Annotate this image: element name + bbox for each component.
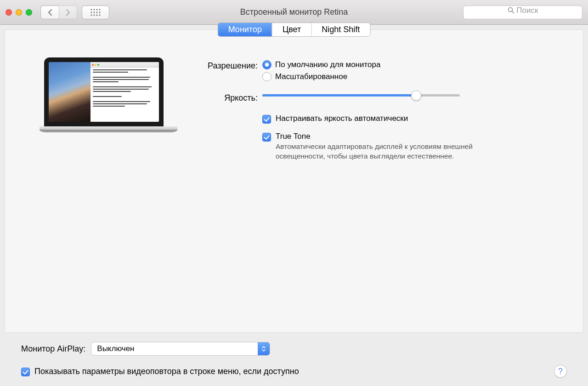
check-icon: [262, 115, 271, 124]
tab-night-shift[interactable]: Night Shift: [311, 23, 370, 36]
svg-point-6: [96, 11, 98, 13]
svg-point-0: [91, 9, 92, 10]
checkbox-auto-brightness[interactable]: Настраивать яркость автоматически: [262, 114, 555, 124]
checkbox-label: Настраивать яркость автоматически: [276, 114, 408, 123]
search-icon: [508, 6, 517, 15]
svg-point-5: [94, 11, 95, 13]
airplay-popup[interactable]: Выключен: [91, 342, 270, 356]
svg-point-9: [94, 14, 95, 16]
window: Встроенный монитор Retina Поиск Монитор …: [0, 0, 588, 386]
search-wrap: Поиск: [463, 6, 582, 19]
svg-line-13: [512, 11, 514, 13]
radio-icon: [262, 60, 271, 69]
body: Разрешение: По умолчанию для монитора Ма…: [5, 48, 583, 168]
tab-monitor[interactable]: Монитор: [218, 23, 272, 36]
content: Монитор Цвет Night Shift: [0, 25, 588, 386]
check-icon: [262, 133, 271, 142]
search-placeholder: Поиск: [516, 6, 538, 15]
back-button[interactable]: [40, 6, 59, 19]
forward-button[interactable]: [59, 6, 77, 19]
svg-point-8: [91, 14, 92, 16]
bottom-row: Показывать параметры видеоповтора в стро…: [21, 365, 567, 378]
main-panel: Монитор Цвет Night Shift: [5, 29, 583, 333]
svg-point-1: [94, 9, 95, 10]
resolution-row: Разрешение: По умолчанию для монитора Ма…: [189, 60, 555, 84]
tab-color[interactable]: Цвет: [272, 23, 311, 36]
titlebar: Встроенный монитор Retina Поиск: [0, 0, 588, 25]
radio-label: По умолчанию для монитора: [275, 60, 380, 69]
svg-point-10: [96, 14, 98, 16]
help-button[interactable]: ?: [554, 365, 567, 378]
check-icon: [21, 368, 30, 376]
airplay-value: Выключен: [97, 344, 134, 353]
radio-default-for-display[interactable]: По умолчанию для монитора: [262, 60, 555, 69]
close-icon[interactable]: [6, 9, 12, 16]
svg-point-11: [99, 14, 101, 16]
radio-label: Масштабированное: [275, 72, 347, 81]
svg-point-7: [99, 11, 101, 13]
svg-point-4: [91, 11, 92, 13]
search-input[interactable]: Поиск: [463, 6, 582, 19]
settings: Разрешение: По умолчанию для монитора Ма…: [189, 57, 555, 168]
checkbox-label: True Tone: [276, 132, 478, 141]
airplay-label: Монитор AirPlay:: [21, 344, 85, 354]
true-tone-description: Автоматически адаптировать дисплей к усл…: [276, 142, 478, 161]
checkbox-show-mirroring[interactable]: Показывать параметры видеоповтора в стро…: [21, 367, 299, 376]
svg-point-2: [96, 9, 98, 10]
zoom-icon[interactable]: [26, 9, 32, 16]
svg-point-3: [99, 9, 101, 10]
radio-scaled[interactable]: Масштабированное: [262, 72, 555, 81]
brightness-row: Яркость:: [189, 92, 555, 103]
grid-view-button[interactable]: [82, 6, 109, 19]
checkbox-true-tone[interactable]: True Tone Автоматически адаптировать дис…: [262, 132, 555, 161]
resolution-label: Разрешение:: [189, 60, 262, 71]
tab-group: Монитор Цвет Night Shift: [218, 23, 371, 37]
brightness-slider[interactable]: [262, 92, 555, 96]
true-tone-row: True Tone Автоматически адаптировать дис…: [189, 132, 555, 163]
footer: Монитор AirPlay: Выключен Показывать пар…: [5, 333, 583, 385]
nav-group: [40, 6, 77, 19]
chevron-updown-icon: [258, 342, 270, 355]
display-illustration: [33, 57, 175, 149]
radio-icon: [262, 72, 271, 81]
brightness-label: Яркость:: [189, 92, 262, 103]
auto-brightness-row: Настраивать яркость автоматически: [189, 114, 555, 127]
airplay-row: Монитор AirPlay: Выключен: [21, 342, 567, 356]
traffic-lights: [6, 9, 32, 16]
minimize-icon[interactable]: [16, 9, 22, 16]
checkbox-label: Показывать параметры видеоповтора в стро…: [34, 367, 299, 376]
